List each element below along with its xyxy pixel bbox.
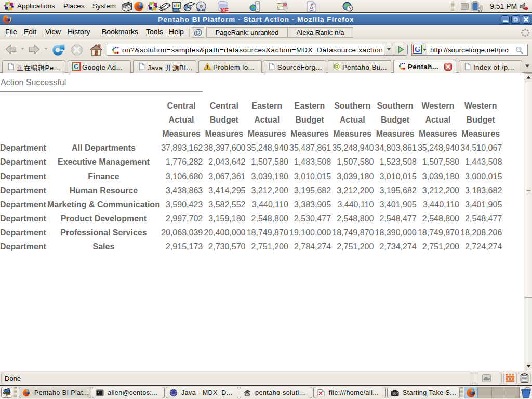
svg-text:XE: XE bbox=[220, 7, 229, 13]
